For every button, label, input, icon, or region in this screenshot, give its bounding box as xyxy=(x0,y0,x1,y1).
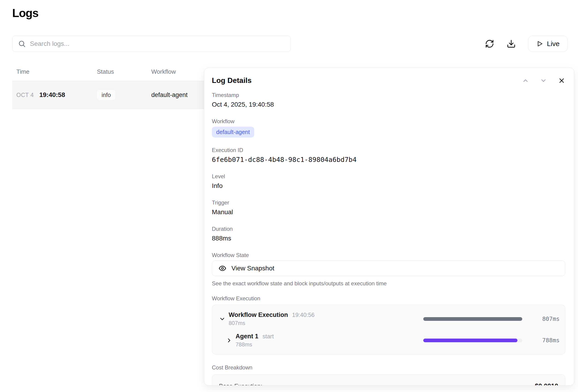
workflow-execution-section: Workflow Execution Workflow Execution 19… xyxy=(212,295,565,354)
trigger-value: Manual xyxy=(212,208,565,216)
workflow-state-section: Workflow State View Snapshot See the exa… xyxy=(212,252,565,287)
duration-label: Duration xyxy=(212,226,565,232)
workflow-badge[interactable]: default-agent xyxy=(212,127,254,138)
cell-workflow: default-agent xyxy=(147,92,210,98)
cost-breakdown-card: Base Execution: $0.0010 Model Input: $0.… xyxy=(212,374,565,386)
span-timeline-track xyxy=(423,317,522,321)
refresh-button[interactable] xyxy=(485,39,494,48)
execution-id-field: Execution ID 6fe6b071-dc88-4b48-98c1-898… xyxy=(212,147,565,164)
timestamp-label: Timestamp xyxy=(212,92,565,98)
span-duration: 788ms xyxy=(236,341,423,348)
execution-span-row[interactable]: Agent 1 start 788ms 788ms xyxy=(218,330,560,351)
previous-log-button[interactable] xyxy=(522,77,529,84)
workflow-field: Workflow default-agent xyxy=(212,118,565,138)
close-button[interactable] xyxy=(558,77,565,84)
view-snapshot-button[interactable]: View Snapshot xyxy=(212,260,565,276)
span-info: Agent 1 start 788ms xyxy=(236,333,423,348)
search-icon xyxy=(18,40,26,48)
cell-time: OCT 4 19:40:58 xyxy=(12,91,93,98)
span-info: Workflow Execution 19:40:56 807ms xyxy=(229,311,423,326)
workflow-state-label: Workflow State xyxy=(212,252,565,259)
row-date: OCT 4 xyxy=(16,92,34,98)
status-badge: info xyxy=(97,90,115,100)
cost-row: Base Execution: $0.0010 xyxy=(219,382,558,386)
span-name: Agent 1 xyxy=(236,333,258,340)
execution-trace-card: Workflow Execution 19:40:56 807ms 807ms xyxy=(212,305,565,354)
logs-table: Time Status Workflow OCT 4 19:40:58 info… xyxy=(12,68,210,109)
expand-span-button[interactable] xyxy=(225,337,234,344)
span-name: Workflow Execution xyxy=(229,311,288,319)
level-label: Level xyxy=(212,173,565,180)
workflow-execution-label: Workflow Execution xyxy=(212,295,565,302)
panel-title: Log Details xyxy=(212,76,511,85)
workflow-label: Workflow xyxy=(212,118,565,125)
level-field: Level Info xyxy=(212,173,565,190)
next-log-button[interactable] xyxy=(540,77,547,84)
span-timeline-track xyxy=(423,339,522,342)
table-row[interactable]: OCT 4 19:40:58 info default-agent xyxy=(12,81,210,109)
logs-page: Logs Live Time Status Workflow OCT 4 xyxy=(0,0,578,392)
search-box[interactable] xyxy=(12,36,291,52)
log-details-panel: Log Details Timestamp Oct 4, 2025, 19:40… xyxy=(204,68,574,386)
column-header-workflow: Workflow xyxy=(147,68,210,75)
column-header-time: Time xyxy=(12,68,93,75)
span-start-time: 19:40:56 xyxy=(292,312,315,318)
play-icon xyxy=(536,40,543,47)
span-timeline-bar xyxy=(423,317,522,321)
collapse-span-button[interactable] xyxy=(218,316,227,322)
cost-row-value: $0.0010 xyxy=(535,382,558,386)
panel-header: Log Details xyxy=(212,76,565,85)
download-button[interactable] xyxy=(507,39,516,48)
duration-field: Duration 888ms xyxy=(212,226,565,243)
timestamp-value: Oct 4, 2025, 19:40:58 xyxy=(212,100,565,109)
search-input[interactable] xyxy=(30,40,285,48)
span-duration-right: 788ms xyxy=(534,337,560,344)
execution-id-label: Execution ID xyxy=(212,147,565,154)
span-duration-right: 807ms xyxy=(534,316,560,322)
eye-icon xyxy=(219,264,226,272)
column-header-status: Status xyxy=(93,68,147,75)
workflow-state-helper: See the exact workflow state and block i… xyxy=(212,280,565,287)
execution-span-row[interactable]: Workflow Execution 19:40:56 807ms 807ms xyxy=(218,308,560,330)
level-value: Info xyxy=(212,182,565,190)
trigger-field: Trigger Manual xyxy=(212,199,565,216)
execution-id-value: 6fe6b071-dc88-4b48-98c1-89804a6bd7b4 xyxy=(212,155,565,164)
row-time: 19:40:58 xyxy=(39,91,65,98)
trigger-label: Trigger xyxy=(212,199,565,206)
span-tag: start xyxy=(263,333,274,340)
span-duration: 807ms xyxy=(229,320,423,326)
live-button[interactable]: Live xyxy=(528,36,568,52)
live-button-label: Live xyxy=(547,40,560,48)
view-snapshot-label: View Snapshot xyxy=(232,265,274,272)
duration-value: 888ms xyxy=(212,234,565,243)
page-title: Logs xyxy=(12,6,38,20)
cell-status: info xyxy=(93,90,147,100)
table-header: Time Status Workflow xyxy=(12,68,210,81)
toolbar-actions: Live xyxy=(485,36,568,52)
cost-breakdown-label: Cost Breakdown xyxy=(212,364,565,371)
timestamp-field: Timestamp Oct 4, 2025, 19:40:58 xyxy=(212,92,565,109)
span-timeline-bar xyxy=(423,339,517,342)
cost-breakdown-section: Cost Breakdown Base Execution: $0.0010 M… xyxy=(212,364,565,386)
cost-row-label: Base Execution: xyxy=(219,383,262,386)
